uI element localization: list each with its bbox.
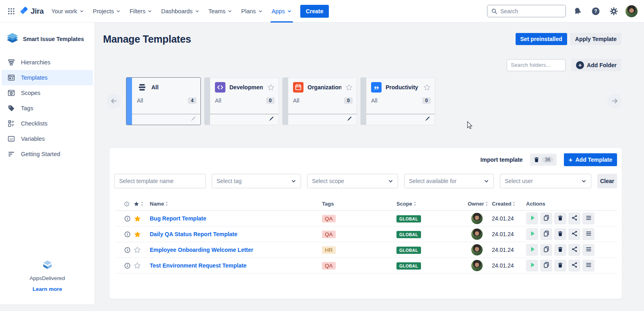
owner-avatar[interactable] [471, 244, 483, 255]
folder-card-organization[interactable]: Organization All0 [282, 77, 357, 125]
carousel-prev-button[interactable] [107, 94, 121, 108]
menu-action-button[interactable] [582, 244, 594, 256]
sidebar-item-label: Tags [21, 105, 33, 111]
add-template-button[interactable]: + Add Template [564, 153, 617, 166]
share-action-button[interactable] [568, 260, 580, 272]
app-switcher-icon[interactable] [5, 5, 18, 18]
info-icon[interactable] [124, 247, 134, 253]
copy-action-button[interactable] [540, 260, 552, 272]
column-created[interactable]: Created [492, 201, 526, 207]
folder-card-development[interactable]: Development All0 [204, 77, 279, 125]
edit-pencil-icon[interactable] [347, 115, 353, 123]
chevron-down-icon [287, 9, 292, 14]
template-name-link[interactable]: Employee Onboarding Welcome Letter [150, 247, 322, 253]
run-action-button[interactable] [526, 212, 538, 224]
delete-action-button[interactable] [554, 244, 566, 256]
chevron-down-icon [227, 9, 232, 14]
sidebar-item-variables[interactable]: (x)Variables [2, 131, 93, 146]
global-search[interactable] [487, 5, 566, 17]
owner-avatar[interactable] [471, 260, 483, 271]
nav-item-projects[interactable]: Projects [89, 0, 125, 23]
carousel-next-button[interactable] [607, 94, 622, 108]
sidebar-item-hierarchies[interactable]: Hierarchies [2, 55, 93, 70]
share-action-button[interactable] [568, 244, 580, 256]
sidebar-item-tags[interactable]: Tags [2, 101, 93, 116]
nav-item-filters[interactable]: Filters [125, 0, 157, 23]
copy-action-button[interactable] [540, 228, 552, 240]
share-action-button[interactable] [568, 212, 580, 224]
filter-select-user[interactable]: Select user [500, 174, 591, 188]
info-icon[interactable] [124, 215, 134, 222]
add-folder-button[interactable]: + Add Folder [571, 59, 621, 71]
menu-action-button[interactable] [582, 228, 594, 240]
set-preinstalled-button[interactable]: Set preinstalled [516, 33, 567, 45]
favorite-star-icon[interactable] [423, 84, 431, 91]
template-name-link[interactable]: Bug Report Template [150, 215, 322, 222]
notifications-icon[interactable] [571, 5, 584, 18]
menu-action-button[interactable] [582, 260, 594, 272]
settings-icon[interactable] [607, 5, 620, 18]
column-owner[interactable]: Owner [468, 201, 492, 207]
delete-action-button[interactable] [554, 212, 566, 224]
filter-select-available-for[interactable]: Select available for [404, 174, 494, 188]
folder-card-productivity[interactable]: ”Productivity All0 [360, 77, 435, 125]
run-action-button[interactable] [526, 244, 538, 256]
delete-icon [557, 262, 564, 270]
info-icon[interactable] [124, 262, 134, 269]
apply-template-button[interactable]: Apply Template [570, 33, 621, 45]
filter-select-scope[interactable]: Select scope [307, 174, 398, 188]
nav-item-apps[interactable]: Apps [267, 0, 296, 23]
column-favorite[interactable] [134, 201, 150, 207]
folder-card-all[interactable]: All All4 [126, 77, 201, 125]
owner-avatar[interactable] [471, 213, 483, 224]
user-avatar[interactable] [625, 5, 638, 17]
favorite-star-filled[interactable] [134, 231, 150, 238]
filter-input[interactable] [119, 178, 201, 184]
filter-select-tag[interactable]: Select tag [212, 174, 301, 188]
clear-filters-button[interactable]: Clear [597, 174, 617, 188]
column-name[interactable]: Name [150, 201, 322, 207]
nav-item-dashboards[interactable]: Dashboards [157, 0, 204, 23]
stack-icon [137, 82, 147, 93]
share-action-button[interactable] [568, 228, 580, 240]
edit-pencil-icon[interactable] [425, 115, 431, 123]
calendar-icon [293, 82, 303, 93]
column-scope[interactable]: Scope [396, 201, 468, 207]
template-name-link[interactable]: Test Environment Request Template [150, 262, 322, 269]
run-action-button[interactable] [526, 228, 538, 240]
import-template-button[interactable]: Import template [481, 157, 523, 163]
folder-card-strip [126, 78, 132, 125]
jira-logo[interactable]: Jira [18, 6, 47, 16]
edit-pencil-icon[interactable] [268, 115, 275, 123]
create-button[interactable]: Create [300, 5, 329, 18]
nav-item-teams[interactable]: Teams [204, 0, 237, 23]
chevron-down-icon [147, 9, 152, 14]
folder-name: Productivity [386, 84, 418, 91]
favorite-star-outline[interactable] [134, 262, 150, 269]
sidebar-item-templates[interactable]: Templates [2, 70, 93, 85]
info-icon[interactable] [124, 231, 134, 238]
run-action-button[interactable] [526, 260, 538, 272]
learn-more-link[interactable]: Learn more [33, 286, 62, 292]
sidebar-item-scopes[interactable]: Scopes [2, 85, 93, 101]
favorite-star-outline[interactable] [134, 246, 150, 253]
nav-item-plans[interactable]: Plans [237, 0, 267, 23]
copy-action-button[interactable] [540, 212, 552, 224]
help-icon[interactable]: ? [589, 5, 602, 18]
template-name-link[interactable]: Daily QA Status Report Template [150, 231, 322, 237]
favorite-star-filled[interactable] [134, 215, 150, 222]
delete-action-button[interactable] [554, 260, 566, 272]
search-folders-input[interactable] [507, 59, 566, 71]
sidebar-item-checklists[interactable]: Checklists [2, 116, 93, 131]
sidebar-item-getting-started[interactable]: Getting Started [2, 146, 93, 162]
owner-avatar[interactable] [471, 229, 483, 240]
menu-action-button[interactable] [582, 212, 594, 224]
nav-item-your-work[interactable]: Your work [47, 0, 89, 23]
copy-action-button[interactable] [540, 244, 552, 256]
favorite-star-icon[interactable] [345, 84, 353, 91]
search-input[interactable] [500, 8, 562, 14]
delete-action-button[interactable] [554, 228, 566, 240]
trash-bin-button[interactable]: 36 [530, 154, 557, 166]
edit-pencil-icon[interactable] [190, 115, 196, 123]
favorite-star-icon[interactable] [267, 84, 275, 91]
